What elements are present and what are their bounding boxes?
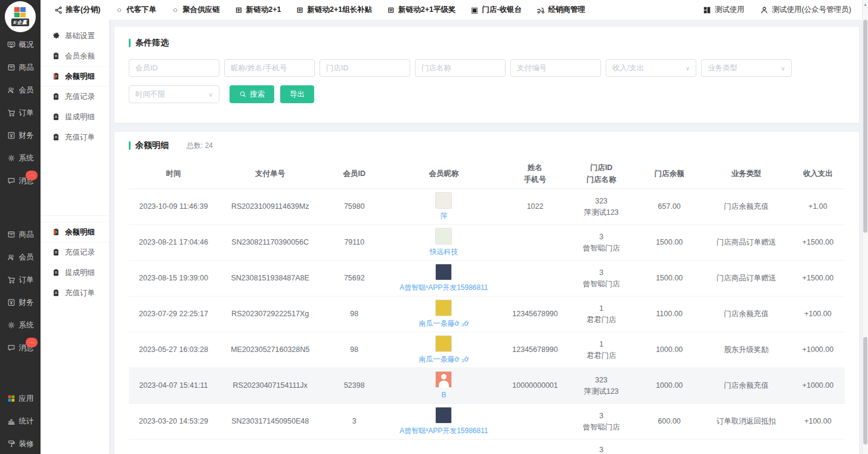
sidebar-item-商品[interactable]: 商品 bbox=[0, 223, 41, 246]
member-nickname-link[interactable]: B bbox=[441, 390, 446, 400]
filter-input-门店名称[interactable]: 门店名称 bbox=[415, 59, 506, 77]
topnav-item[interactable]: 经销商管理 bbox=[536, 5, 585, 15]
sidebar-item-商品[interactable]: 商品 bbox=[0, 56, 41, 79]
sidebar-item-消息[interactable]: 消息… bbox=[0, 169, 41, 192]
table-row: 2023-07-29 22:25:17RS20230729222517Xg98南… bbox=[129, 297, 845, 332]
topnav-item[interactable]: ○代客下单 bbox=[114, 5, 156, 15]
topnav-right-item[interactable]: 测试使用 bbox=[703, 5, 745, 15]
topnav-right-item[interactable]: 测试使用(公众号管理员) bbox=[760, 5, 851, 15]
sidebar-item-订单[interactable]: 订单 bbox=[0, 101, 41, 124]
submenu-item-提成明细[interactable]: 提成明细 bbox=[41, 107, 109, 127]
member-avatar bbox=[435, 228, 452, 245]
scrollbar-up-arrow[interactable]: ▲ bbox=[863, 0, 868, 8]
scrollbar-thumb[interactable] bbox=[863, 337, 867, 444]
overview-icon bbox=[7, 41, 16, 50]
cell-name-phone: 10000000001 bbox=[501, 380, 569, 391]
submenu-group: 基础设置会员余额余额明细充值记录提成明细充值订单 bbox=[41, 20, 109, 147]
search-button[interactable]: 搜索 bbox=[230, 85, 274, 103]
topnav-item[interactable]: 推客(分销) bbox=[54, 5, 100, 15]
member-nickname-link[interactable]: A曾智聪ˣAPP开发15986811 bbox=[399, 282, 488, 293]
submenu-item-充值记录[interactable]: 充值记录 bbox=[41, 87, 109, 107]
section-accent-bar bbox=[129, 39, 131, 47]
filter-input-门店ID[interactable]: 门店ID bbox=[320, 59, 410, 77]
grid-icon: ⊞ bbox=[296, 5, 305, 14]
filter-select-业务类型[interactable]: 业务类型∨ bbox=[701, 59, 792, 77]
submenu-item-label: 余额明细 bbox=[65, 72, 95, 82]
submenu-item-充值订单[interactable]: 充值订单 bbox=[41, 283, 109, 303]
message-badge: … bbox=[26, 338, 38, 347]
sidebar-item-会员[interactable]: 会员 bbox=[0, 246, 41, 268]
sidebar-item-装修[interactable]: 装修 bbox=[0, 433, 41, 454]
cell-amount: +100.00 bbox=[788, 416, 848, 427]
user-icon bbox=[760, 5, 769, 14]
sidebar-item-label: 概况 bbox=[19, 40, 34, 50]
scrollbar-thumb[interactable] bbox=[863, 20, 867, 233]
filter-input-会员ID[interactable]: 会员ID bbox=[129, 59, 219, 77]
sidebar-item-消息[interactable]: 消息… bbox=[0, 336, 41, 359]
column-header: 业务类型 bbox=[705, 168, 788, 180]
member-avatar bbox=[435, 371, 452, 388]
table-row: 2023-08-15 19:39:00SN2308151938487A8E756… bbox=[129, 261, 845, 297]
chevron-down-icon: ∨ bbox=[686, 64, 690, 72]
sidebar-item-财务[interactable]: 财务 bbox=[0, 291, 41, 314]
sidebar-item-应用[interactable]: 应用 bbox=[0, 387, 41, 410]
table-row: 2023-05-27 16:03:28ME20230527160328N598南… bbox=[129, 332, 845, 368]
member-nickname-link[interactable]: 南瓜一条藤ớ ₃ớ bbox=[418, 318, 469, 329]
topnav-item[interactable]: ⊞新链动2+1组长补贴 bbox=[296, 5, 373, 15]
sidebar-item-概况[interactable]: 概况 bbox=[0, 33, 41, 56]
page-scrollbar[interactable]: ▲ bbox=[862, 0, 868, 454]
topnav-item[interactable]: ▣门店-收银台 bbox=[470, 5, 522, 15]
topnav-item-label: 代客下单 bbox=[126, 5, 156, 15]
cell-biz-type: 门店商品订单赠送 bbox=[705, 273, 788, 284]
cell-store: 3曾智聪门店 bbox=[569, 267, 634, 290]
submenu-item-充值订单[interactable]: 充值订单 bbox=[41, 127, 109, 147]
filter-select-时间不限[interactable]: 时间不限∨ bbox=[129, 85, 219, 103]
topnav-item[interactable]: ○聚合供应链 bbox=[170, 5, 220, 15]
export-button[interactable]: 导出 bbox=[280, 85, 314, 103]
member-nickname-link[interactable]: 快远科技 bbox=[429, 246, 458, 257]
field-placeholder: 门店名称 bbox=[421, 63, 451, 73]
cell-nickname: 南瓜一条藤ớ ₃ớ bbox=[386, 299, 501, 329]
submenu-item-提成明细[interactable]: 提成明细 bbox=[41, 262, 109, 283]
sidebar-item-系统[interactable]: 系统 bbox=[0, 147, 41, 169]
submenu-item-基础设置[interactable]: 基础设置 bbox=[41, 26, 109, 46]
settings-icon bbox=[51, 32, 60, 41]
sidebar-item-财务[interactable]: 财务 bbox=[0, 124, 41, 147]
cell-name-phone: 1022 bbox=[501, 201, 569, 212]
cell-time: 2023-07-29 22:25:17 bbox=[129, 308, 218, 320]
system-icon bbox=[7, 154, 16, 163]
cell-pay-no: RS20231009114639Mz bbox=[218, 201, 322, 212]
topnav-item-label: 新链动2+1平级奖 bbox=[398, 5, 455, 15]
submenu-item-会员余额[interactable]: 会员余额 bbox=[41, 46, 109, 66]
member-nickname-link[interactable]: 南瓜一条藤ớ ₃ớ bbox=[418, 354, 469, 365]
cell-pay-no: SN2303171450950E48 bbox=[218, 416, 322, 427]
sidebar-item-会员[interactable]: 会员 bbox=[0, 79, 41, 101]
sidebar-item-label: 商品 bbox=[19, 230, 34, 240]
sidebar-item-label: 财务 bbox=[19, 298, 34, 308]
topnav-item[interactable]: ⊞新链动2+1 bbox=[234, 5, 281, 15]
share-icon bbox=[54, 5, 63, 14]
sidebar-item-统计[interactable]: 统计 bbox=[0, 410, 41, 433]
cell-amount: +1.00 bbox=[788, 201, 848, 212]
sidebar-item-label: 应用 bbox=[19, 394, 34, 404]
message-icon bbox=[7, 344, 16, 353]
cell-store-balance: 1000.00 bbox=[634, 380, 705, 391]
filter-input-昵称/姓名/手机号[interactable]: 昵称/姓名/手机号 bbox=[224, 59, 315, 77]
topnav-item[interactable]: ⊞新链动2+1平级奖 bbox=[386, 5, 455, 15]
filter-select-收入/支出[interactable]: 收入/支出∨ bbox=[606, 59, 696, 77]
cell-member-id: 98 bbox=[322, 344, 386, 356]
sidebar-item-订单[interactable]: 订单 bbox=[0, 268, 41, 291]
submenu-group: 余额明细充值记录提成明细充值订单 bbox=[41, 215, 109, 303]
submenu-item-余额明细[interactable]: 余额明细 bbox=[41, 66, 109, 87]
sidebar-item-label: 会员 bbox=[19, 85, 34, 95]
app-logo[interactable]: E企赢 bbox=[5, 1, 36, 32]
cell-store: 3曾智聪门店 bbox=[569, 231, 634, 254]
submenu-item-充值记录[interactable]: 充值记录 bbox=[41, 242, 109, 262]
members-icon bbox=[7, 86, 16, 95]
sidebar-item-系统[interactable]: 系统 bbox=[0, 314, 41, 336]
filter-input-支付编号[interactable]: 支付编号 bbox=[510, 59, 601, 77]
submenu-item-label: 提成明细 bbox=[65, 112, 95, 122]
member-nickname-link[interactable]: 萍 bbox=[440, 211, 447, 221]
submenu-item-余额明细[interactable]: 余额明细 bbox=[41, 222, 109, 242]
field-placeholder: 会员ID bbox=[135, 63, 158, 73]
